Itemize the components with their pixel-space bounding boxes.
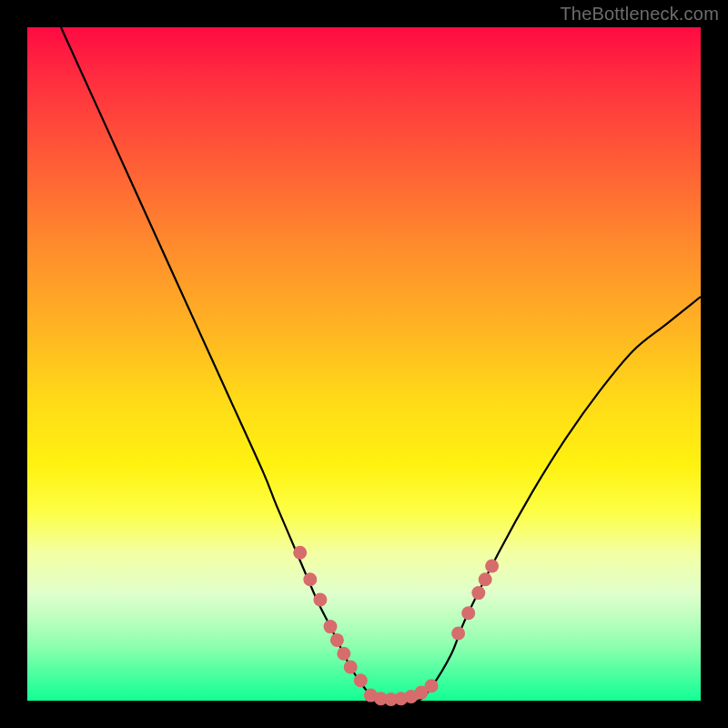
marker-dot bbox=[293, 546, 307, 560]
marker-dot bbox=[485, 560, 499, 573]
marker-dot bbox=[461, 606, 475, 620]
marker-dot bbox=[425, 679, 439, 693]
watermark-text: TheBottleneck.com bbox=[560, 4, 719, 25]
marker-dot bbox=[344, 661, 358, 674]
marker-dot bbox=[313, 593, 327, 607]
bottleneck-curve-path bbox=[61, 27, 701, 702]
marker-dot bbox=[330, 633, 344, 647]
marker-dot bbox=[303, 572, 317, 586]
plot-area bbox=[27, 27, 701, 701]
marker-dot bbox=[337, 647, 350, 661]
marker-dot bbox=[479, 572, 492, 586]
bottleneck-curve-svg bbox=[27, 27, 701, 701]
marker-dot bbox=[324, 620, 338, 633]
marker-dot bbox=[451, 627, 465, 641]
marker-dot bbox=[354, 673, 368, 687]
marker-dot bbox=[471, 586, 485, 600]
chart-frame: TheBottleneck.com bbox=[0, 0, 728, 728]
